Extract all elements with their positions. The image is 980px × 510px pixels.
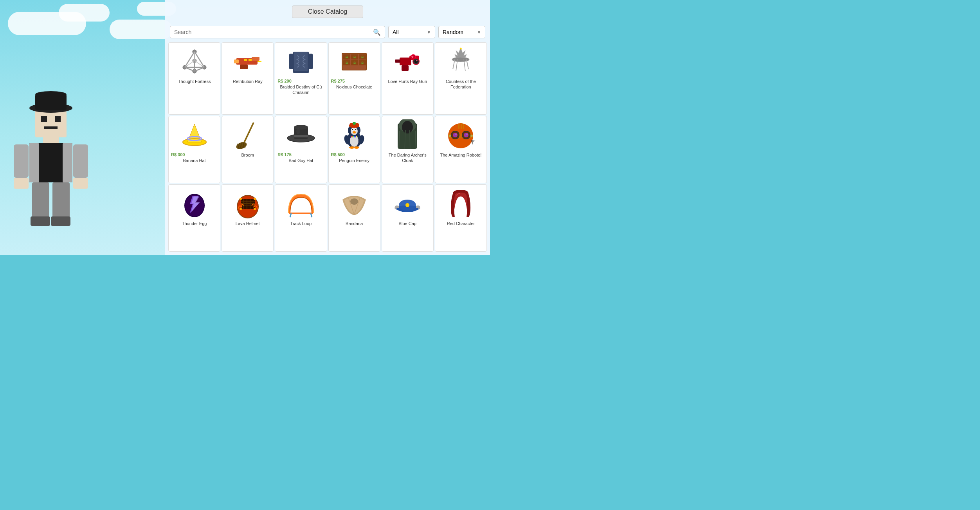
item-name-5: Love Hurts Ray Gun (388, 79, 427, 84)
item-image-13 (179, 188, 210, 219)
svg-point-126 (449, 135, 451, 137)
svg-point-127 (470, 135, 473, 137)
svg-text:☠: ☠ (345, 55, 348, 59)
catalog-item-3[interactable]: R$ 200Braided Destiny of Cú Chulainn (275, 42, 327, 115)
item-name-11: The Daring Archer's Cloak (384, 152, 431, 164)
svg-point-102 (353, 122, 356, 125)
sort-label: Random (443, 29, 463, 35)
svg-text:★: ★ (459, 46, 463, 50)
item-name-3: Braided Destiny of Cú Chulainn (277, 84, 324, 96)
svg-rect-3 (44, 126, 58, 129)
svg-text:♥: ♥ (411, 55, 414, 59)
search-row: 🔍 All ▼ Random ▼ (165, 23, 490, 41)
catalog-item-5[interactable]: ♥ Love Hurts Ray Gun (382, 42, 434, 115)
item-name-12: The Amazing Roboto! (440, 152, 482, 158)
svg-rect-109 (354, 136, 356, 137)
svg-rect-89 (294, 135, 308, 137)
svg-rect-12 (73, 144, 88, 178)
filter-arrow-icon: ▼ (427, 30, 431, 34)
svg-rect-59 (400, 58, 411, 65)
svg-point-97 (352, 129, 353, 130)
svg-marker-131 (471, 140, 476, 145)
sort-arrow-icon: ▼ (477, 30, 481, 34)
svg-rect-11 (14, 144, 29, 178)
item-name-2: Retribution Ray (233, 79, 263, 84)
catalog-item-6[interactable]: ★ Countess of the Federation (435, 42, 487, 115)
item-price-10: R$ 500 (331, 152, 345, 157)
svg-rect-38 (244, 59, 247, 61)
svg-text:☠: ☠ (361, 55, 364, 59)
item-name-15: Track Loop (290, 221, 312, 226)
search-icon: 🔍 (369, 29, 385, 36)
svg-rect-63 (395, 59, 400, 63)
svg-line-32 (195, 61, 204, 67)
catalog-item-7[interactable]: R$ 300Banana Hat (168, 116, 220, 183)
item-image-16 (339, 188, 370, 219)
item-name-9: Bad Guy Hat (288, 158, 313, 163)
svg-rect-18 (51, 216, 70, 226)
svg-line-79 (243, 123, 254, 145)
svg-rect-17 (31, 216, 50, 226)
svg-rect-107 (351, 136, 353, 137)
catalog-item-12[interactable]: The Amazing Roboto! (435, 116, 487, 183)
item-name-7: Banana Hat (183, 158, 206, 163)
svg-rect-110 (356, 136, 357, 137)
svg-point-66 (416, 60, 418, 61)
svg-rect-43 (308, 54, 313, 69)
svg-point-143 (240, 198, 242, 200)
item-name-18: Red Character (447, 221, 475, 226)
svg-line-31 (185, 61, 195, 67)
svg-rect-39 (249, 59, 252, 61)
svg-rect-9 (29, 143, 39, 182)
catalog-item-2[interactable]: Retribution Ray (222, 42, 274, 115)
item-image-2 (232, 46, 263, 77)
catalog-header: Close Catalog (165, 0, 490, 23)
svg-text:☠: ☠ (361, 61, 364, 65)
svg-rect-34 (252, 57, 259, 61)
catalog-item-1[interactable]: Thought Fortress (168, 42, 220, 115)
item-image-14 (232, 188, 263, 219)
svg-point-80 (235, 141, 248, 150)
catalog-item-17[interactable]: Blue Cap (382, 184, 434, 252)
svg-rect-60 (402, 65, 409, 71)
catalog-item-15[interactable]: Track Loop (275, 184, 327, 252)
catalog-item-4[interactable]: ☠ ☠ ☠ ☠ ☠ ☠ R$ 275Noxious Chocolate (328, 42, 380, 115)
item-image-18 (445, 188, 476, 219)
catalog-item-13[interactable]: Thunder Egg (168, 184, 220, 252)
item-name-6: Countess of the Federation (438, 79, 484, 90)
svg-point-99 (353, 131, 356, 133)
catalog-item-10[interactable]: R$ 500Penguin Enemy (328, 116, 380, 183)
catalog-item-8[interactable]: Broom (222, 116, 274, 183)
catalog-item-9[interactable]: R$ 175Bad Guy Hat (275, 116, 327, 183)
catalog-item-11[interactable]: The Daring Archer's Cloak (382, 116, 434, 183)
item-image-15 (285, 188, 317, 219)
close-catalog-button[interactable]: Close Catalog (292, 5, 364, 18)
catalog-item-14[interactable]: Lava Helmet (222, 184, 274, 252)
item-image-8 (232, 119, 263, 151)
sort-dropdown[interactable]: Random ▼ (438, 26, 485, 38)
search-input[interactable] (170, 26, 369, 38)
svg-rect-128 (458, 124, 459, 129)
svg-line-28 (185, 67, 195, 71)
character-area (0, 0, 164, 255)
svg-point-156 (405, 203, 409, 207)
svg-rect-16 (52, 182, 70, 218)
catalog-item-18[interactable]: Red Character (435, 184, 487, 252)
svg-point-98 (355, 129, 357, 130)
svg-rect-35 (240, 65, 248, 69)
svg-point-146 (254, 208, 256, 210)
svg-point-90 (296, 128, 300, 134)
svg-rect-2 (55, 116, 61, 122)
item-name-8: Broom (241, 152, 254, 158)
item-image-9 (285, 119, 317, 151)
svg-text:☠: ☠ (345, 61, 348, 65)
item-name-13: Thunder Egg (182, 221, 207, 226)
item-name-16: Bandana (346, 221, 363, 226)
svg-rect-15 (32, 182, 49, 218)
item-image-6: ★ (445, 46, 476, 77)
catalog-item-16[interactable]: Bandana (328, 184, 380, 252)
svg-point-123 (464, 133, 468, 137)
item-price-3: R$ 200 (277, 79, 291, 83)
filter-dropdown[interactable]: All ▼ (388, 26, 435, 38)
character (12, 83, 90, 247)
